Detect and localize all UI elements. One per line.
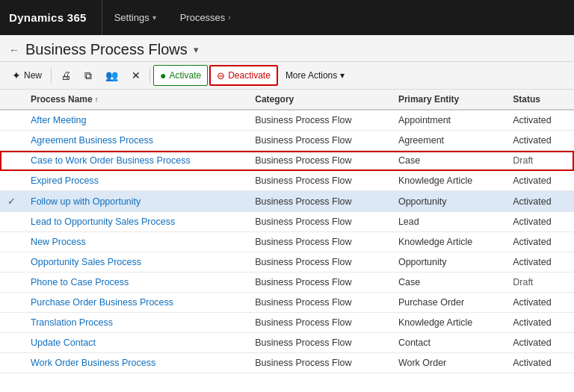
row-category: Business Process Flow [247, 212, 391, 232]
table-row[interactable]: Translation ProcessBusiness Process Flow… [0, 313, 574, 333]
process-table-area: Process Name Category Primary Entity Sta… [0, 90, 574, 390]
delete-button[interactable]: ✕ [126, 65, 146, 86]
process-name-link[interactable]: New Process [31, 237, 86, 247]
separator-2 [149, 68, 150, 83]
checkmark-icon: ✓ [7, 196, 16, 207]
brand-logo[interactable]: Dynamics 365 [9, 0, 102, 35]
assign-icon: 👥 [105, 69, 118, 81]
processes-arrow-icon: › [228, 13, 230, 22]
row-category: Business Process Flow [247, 110, 391, 131]
row-process-name[interactable]: Agreement Business Process [23, 131, 247, 151]
process-name-link[interactable]: Update Contact [31, 337, 96, 348]
row-process-name[interactable]: Translation Process [23, 313, 247, 333]
process-name-link[interactable]: Lead to Opportunity Sales Process [31, 217, 175, 227]
row-status: Activated [505, 313, 574, 333]
process-name-link[interactable]: Work Order Business Process [31, 358, 155, 368]
process-name-link[interactable]: Case to Work Order Business Process [31, 155, 191, 166]
row-status: Activated [505, 131, 574, 151]
settings-chevron-icon: ▾ [152, 13, 156, 22]
row-checkbox-cell [0, 232, 23, 252]
more-actions-button[interactable]: More Actions ▾ [280, 65, 351, 86]
print-button[interactable]: 🖨 [55, 65, 77, 86]
table-row[interactable]: Phone to Case ProcessBusiness Process Fl… [0, 273, 574, 293]
row-process-name[interactable]: Lead to Opportunity Sales Process [23, 212, 247, 232]
row-primary-entity: Knowledge Article [391, 232, 505, 252]
row-primary-entity: Lead [391, 212, 505, 232]
process-name-link[interactable]: Phone to Case Process [31, 277, 129, 287]
row-primary-entity: Contact [391, 333, 505, 353]
process-name-link[interactable]: Follow up with Opportunity [31, 196, 141, 207]
nav-processes-label: Processes [180, 12, 226, 23]
row-category: Business Process Flow [247, 333, 391, 353]
row-process-name[interactable]: After Meeting [23, 110, 247, 131]
row-category: Business Process Flow [247, 313, 391, 333]
row-process-name[interactable]: Opportunity Sales Process [23, 252, 247, 273]
row-primary-entity: Case [391, 151, 505, 171]
row-primary-entity: Work Order [391, 353, 505, 373]
row-status: Activated [505, 353, 574, 373]
new-button[interactable]: ✦ New [6, 65, 48, 86]
process-name-link[interactable]: Agreement Business Process [31, 135, 153, 146]
deactivate-button[interactable]: ⊖ Deactivate [209, 65, 278, 86]
row-category: Business Process Flow [247, 191, 391, 212]
column-primary-entity[interactable]: Primary Entity [391, 90, 505, 110]
table-row[interactable]: ✓Follow up with OpportunityBusiness Proc… [0, 191, 574, 212]
process-table: Process Name Category Primary Entity Sta… [0, 90, 574, 373]
row-primary-entity: Opportunity [391, 191, 505, 212]
activate-button[interactable]: ● Activate [153, 65, 208, 86]
column-process-name[interactable]: Process Name [23, 90, 247, 110]
table-row[interactable]: After MeetingBusiness Process FlowAppoin… [0, 110, 574, 131]
table-row[interactable]: Work Order Business ProcessBusiness Proc… [0, 353, 574, 373]
row-process-name[interactable]: Follow up with Opportunity [23, 191, 247, 212]
row-process-name[interactable]: Case to Work Order Business Process [23, 151, 247, 171]
row-process-name[interactable]: Work Order Business Process [23, 353, 247, 373]
nav-settings[interactable]: Settings ▾ [102, 0, 168, 35]
row-checkbox-cell [0, 273, 23, 293]
row-primary-entity: Knowledge Article [391, 171, 505, 191]
table-row[interactable]: New ProcessBusiness Process FlowKnowledg… [0, 232, 574, 252]
row-status: Activated [505, 171, 574, 191]
row-process-name[interactable]: Expired Process [23, 171, 247, 191]
table-row[interactable]: Agreement Business ProcessBusiness Proce… [0, 131, 574, 151]
column-category[interactable]: Category [247, 90, 391, 110]
process-name-link[interactable]: After Meeting [31, 115, 86, 125]
process-name-link[interactable]: Expired Process [31, 175, 99, 186]
row-process-name[interactable]: Phone to Case Process [23, 273, 247, 293]
deactivate-icon: ⊖ [217, 70, 225, 81]
row-process-name[interactable]: Purchase Order Business Process [23, 293, 247, 313]
nav-processes[interactable]: Processes › [168, 0, 243, 35]
row-process-name[interactable]: New Process [23, 232, 247, 252]
back-button[interactable]: ← [9, 44, 19, 56]
activate-icon: ● [160, 69, 166, 81]
row-category: Business Process Flow [247, 293, 391, 313]
process-name-link[interactable]: Opportunity Sales Process [31, 257, 141, 267]
table-row[interactable]: Opportunity Sales ProcessBusiness Proces… [0, 252, 574, 273]
title-dropdown-icon[interactable]: ▾ [194, 44, 199, 55]
row-process-name[interactable]: Update Contact [23, 333, 247, 353]
row-checkbox-cell [0, 313, 23, 333]
nav-settings-label: Settings [114, 12, 149, 23]
process-name-link[interactable]: Purchase Order Business Process [31, 297, 173, 308]
row-status: Activated [505, 191, 574, 212]
process-name-link[interactable]: Translation Process [31, 317, 113, 328]
row-status: Activated [505, 110, 574, 131]
print-icon: 🖨 [61, 69, 71, 81]
table-header-row: Process Name Category Primary Entity Sta… [0, 90, 574, 110]
table-row[interactable]: Lead to Opportunity Sales ProcessBusines… [0, 212, 574, 232]
table-row[interactable]: Case to Work Order Business ProcessBusin… [0, 151, 574, 171]
activate-label: Activate [169, 70, 201, 81]
table-row[interactable]: Expired ProcessBusiness Process FlowKnow… [0, 171, 574, 191]
row-primary-entity: Case [391, 273, 505, 293]
row-category: Business Process Flow [247, 232, 391, 252]
assign-button[interactable]: 👥 [99, 65, 124, 86]
toolbar: ✦ New 🖨 ⧉ 👥 ✕ ● Activate ⊖ Deactivate Mo… [0, 62, 574, 90]
table-row[interactable]: Purchase Order Business ProcessBusiness … [0, 293, 574, 313]
column-status[interactable]: Status [505, 90, 574, 110]
row-status: Activated [505, 293, 574, 313]
row-checkbox-cell [0, 110, 23, 131]
copy-button[interactable]: ⧉ [78, 65, 98, 86]
row-checkbox-cell [0, 353, 23, 373]
table-row[interactable]: Update ContactBusiness Process FlowConta… [0, 333, 574, 353]
row-checkbox-cell [0, 212, 23, 232]
row-checkbox-cell [0, 131, 23, 151]
